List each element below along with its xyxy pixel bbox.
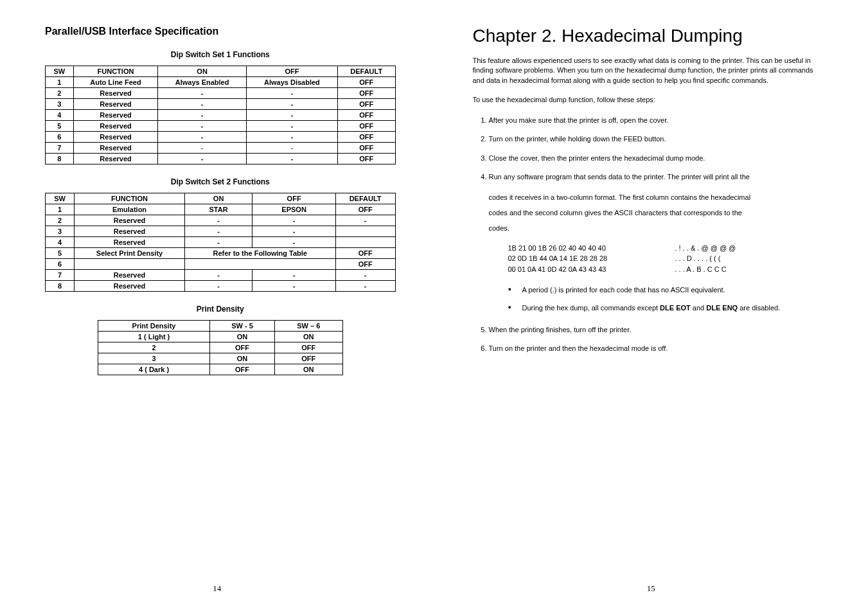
cell: - <box>158 143 247 154</box>
cell: OFF <box>274 342 342 353</box>
cell: Reserved <box>73 99 158 110</box>
chapter-title: Chapter 2. Hexadecimal Dumping <box>473 26 824 46</box>
cell: - <box>184 215 252 226</box>
cell <box>335 237 395 248</box>
cell: 5 <box>46 121 74 132</box>
cell: ON <box>210 353 275 364</box>
cell <box>335 226 395 237</box>
step-sub-line: codes and the second column gives the AS… <box>489 205 824 220</box>
cell: - <box>335 215 395 226</box>
step-item: Turn on the printer, while holding down … <box>489 134 824 145</box>
table-row: 3 ON OFF <box>98 353 342 364</box>
table-header-row: SW FUNCTION ON OFF DEFAULT <box>46 193 396 204</box>
step-sub: codes it receives in a two-column format… <box>489 190 824 236</box>
bullet-item: A period (.) is printed for each code th… <box>508 284 824 297</box>
cell: - <box>335 270 395 281</box>
cell: OFF <box>337 99 395 110</box>
use-instruction: To use the hexadecimal dump function, fo… <box>473 95 824 105</box>
cell: Always Enabled <box>158 77 247 88</box>
th-print-density: Print Density <box>98 321 209 332</box>
cell: - <box>246 132 337 143</box>
cell: OFF <box>337 121 395 132</box>
cell: 4 <box>46 237 75 248</box>
cell: - <box>246 143 337 154</box>
cell: Emulation <box>75 204 184 215</box>
table2-title: Dip Switch Set 2 Functions <box>45 177 396 186</box>
cell: - <box>158 88 247 99</box>
cell: 1 <box>46 204 75 215</box>
right-page: Chapter 2. Hexadecimal Dumping This feat… <box>434 0 869 613</box>
table-row: 6 OFF <box>46 259 396 270</box>
hex-row: 1B 21 00 1B 26 02 40 40 40 40 . ! . . & … <box>508 243 824 254</box>
cell: Reserved <box>73 143 158 154</box>
cell: - <box>252 226 335 237</box>
th-function: FUNCTION <box>75 193 184 204</box>
cell: Select Print Density <box>75 248 184 259</box>
cell: 6 <box>46 132 74 143</box>
cell: 1 <box>46 77 74 88</box>
hex-bytes: 00 01 0A 41 0D 42 0A 43 43 43 <box>508 264 650 275</box>
th-on: ON <box>158 66 247 77</box>
print-density-table: Print Density SW - 5 SW – 6 1 ( Light ) … <box>98 320 343 375</box>
cell: Refer to the Following Table <box>184 248 335 259</box>
cell: OFF <box>337 143 395 154</box>
cell: OFF <box>210 342 275 353</box>
cell: - <box>252 270 335 281</box>
hex-bytes: 1B 21 00 1B 26 02 40 40 40 40 <box>508 243 650 254</box>
table-row: 5 Reserved - - OFF <box>46 121 396 132</box>
cell: - <box>252 281 335 292</box>
cell: - <box>184 226 252 237</box>
page-number: 14 <box>213 583 221 594</box>
cell: - <box>158 154 247 164</box>
cell: OFF <box>335 204 395 215</box>
table-row: 7 Reserved - - OFF <box>46 143 396 154</box>
cell <box>184 259 335 270</box>
cell: Reserved <box>75 281 184 292</box>
cell: ON <box>274 332 342 342</box>
cell: 3 <box>46 99 74 110</box>
cell: 7 <box>46 143 74 154</box>
th-sw5: SW - 5 <box>210 321 275 332</box>
th-default: DEFAULT <box>335 193 395 204</box>
cell: - <box>158 132 247 143</box>
table-header-row: SW FUNCTION ON OFF DEFAULT <box>46 66 396 77</box>
table-row: 4 Reserved - - OFF <box>46 110 396 121</box>
th-on: ON <box>184 193 252 204</box>
cell: Reserved <box>73 154 158 164</box>
cell: - <box>246 154 337 164</box>
hex-row: 02 0D 1B 44 0A 14 1E 28 28 28 . . . D . … <box>508 253 824 264</box>
step-sub-line: codes it receives in a two-column format… <box>489 190 824 205</box>
cell: 3 <box>98 353 209 364</box>
cell: 1 ( Light ) <box>98 332 209 342</box>
th-sw: SW <box>46 66 74 77</box>
step-text: Run any software program that sends data… <box>489 173 750 181</box>
step-item: Close the cover, then the printer enters… <box>489 153 824 164</box>
steps-list: After you make sure that the printer is … <box>473 115 824 355</box>
cell: 2 <box>98 342 209 353</box>
table-header-row: Print Density SW - 5 SW – 6 <box>98 321 342 332</box>
cell: OFF <box>337 110 395 121</box>
cell: 5 <box>46 248 75 259</box>
cell: 2 <box>46 88 74 99</box>
cell: Reserved <box>73 110 158 121</box>
table-row: 4 Reserved - - <box>46 237 396 248</box>
section-title: Parallel/USB Interface Specification <box>45 26 396 37</box>
cell: 4 ( Dark ) <box>98 364 209 375</box>
cell: Reserved <box>75 226 184 237</box>
cell: - <box>184 281 252 292</box>
cell <box>75 259 184 270</box>
th-off: OFF <box>252 193 335 204</box>
table-row: 3 Reserved - - <box>46 226 396 237</box>
th-sw: SW <box>46 193 75 204</box>
cell: EPSON <box>252 204 335 215</box>
table-row: 4 ( Dark ) OFF ON <box>98 364 342 375</box>
cell: OFF <box>337 88 395 99</box>
cell: ON <box>274 364 342 375</box>
cell: 2 <box>46 215 75 226</box>
table-row: 6 Reserved - - OFF <box>46 132 396 143</box>
cell: 3 <box>46 226 75 237</box>
cell: OFF <box>335 248 395 259</box>
cell: Reserved <box>73 121 158 132</box>
cell: - <box>158 99 247 110</box>
table-row: 1 Auto Line Feed Always Enabled Always D… <box>46 77 396 88</box>
